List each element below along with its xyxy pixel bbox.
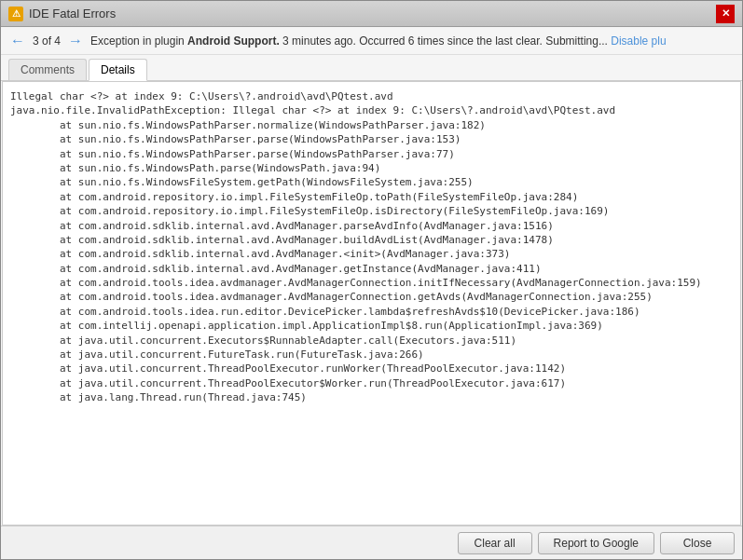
report-to-google-button[interactable]: Report to Google: [538, 532, 654, 554]
nav-message-prefix: Exception in plugin: [90, 34, 187, 48]
clear-all-button[interactable]: Clear all: [458, 532, 532, 554]
close-window-button[interactable]: ✕: [716, 5, 735, 23]
app-icon: ⚠: [8, 7, 23, 21]
next-arrow[interactable]: →: [66, 33, 85, 49]
error-details-content[interactable]: Illegal char <?> at index 9: C:\Users\?.…: [2, 81, 741, 526]
title-bar: ⚠ IDE Fatal Errors ✕: [1, 1, 742, 27]
nav-bar: ← 3 of 4 → Exception in plugin Android S…: [1, 27, 742, 55]
disable-link[interactable]: Disable plu: [611, 34, 666, 48]
error-counter: 3 of 4: [33, 34, 61, 48]
window-title: IDE Fatal Errors: [29, 7, 116, 20]
prev-arrow[interactable]: ←: [8, 33, 27, 49]
close-button[interactable]: Close: [660, 532, 735, 554]
nav-message-suffix: 3 minutes ago. Occurred 6 times since th…: [280, 34, 612, 48]
plugin-name: Android Support.: [187, 34, 280, 48]
footer-bar: Clear all Report to Google Close: [1, 526, 742, 559]
stack-trace: Illegal char <?> at index 9: C:\Users\?.…: [10, 89, 733, 405]
title-bar-left: ⚠ IDE Fatal Errors: [8, 7, 116, 21]
tabs-bar: Comments Details: [1, 55, 742, 81]
tab-details[interactable]: Details: [89, 59, 147, 81]
nav-message: Exception in plugin Android Support. 3 m…: [90, 34, 735, 48]
main-window: ⚠ IDE Fatal Errors ✕ ← 3 of 4 → Exceptio…: [0, 0, 743, 560]
tab-comments[interactable]: Comments: [8, 59, 87, 80]
